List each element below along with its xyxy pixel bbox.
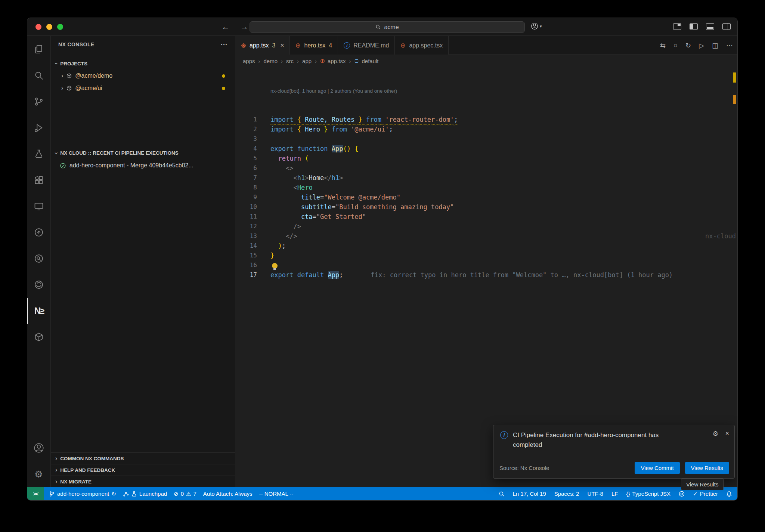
container-icon[interactable] [27,324,50,350]
testing-icon[interactable] [27,141,50,167]
command-center-search[interactable]: acme [250,21,525,33]
chevron-right-icon: › [61,85,63,92]
run-file-icon[interactable]: ▷ [699,41,704,50]
code-line[interactable]: 13 </> [235,231,732,241]
notifications-bell[interactable] [726,491,732,497]
search-icon[interactable] [27,62,50,89]
forward-button[interactable]: → [240,22,248,32]
launchpad-button[interactable]: Launchpad [123,491,167,497]
projects-section-header[interactable]: › PROJECTS [51,58,235,69]
code-lens-icon[interactable] [27,245,50,272]
tab-app-tsx[interactable]: app.tsx 3 × [235,36,290,55]
activity-bar: N≥ ⚙ [27,36,50,487]
project-item-demo[interactable]: › @acme/demo [51,70,235,82]
nx-console-icon[interactable]: N≥ [27,298,50,324]
cursor-position[interactable]: Ln 17, Col 19 [513,491,546,497]
code-line[interactable]: 1import { Route, Routes } from 'react-ro… [235,115,732,124]
lightbulb-icon[interactable] [272,263,278,269]
account-menu-button[interactable]: ▾ [531,22,542,30]
code-editor[interactable]: nx-cloud[bot], 1 hour ago | 2 authors (Y… [235,68,732,487]
blame-overflow-text: nx-cloud[b [705,231,737,241]
git-blame-header: nx-cloud[bot], 1 hour ago | 2 authors (Y… [270,87,732,95]
circle-icon[interactable]: ○ [673,41,678,49]
cloud-agents-icon[interactable] [27,219,50,245]
encoding-indicator[interactable]: UTF-8 [587,491,603,497]
browser-icon[interactable] [27,272,50,298]
editor-more-actions-icon[interactable]: ⋯ [726,41,733,50]
beaker-icon [131,491,137,497]
zoom-indicator[interactable] [499,491,505,497]
code-line[interactable]: 17export default App;fix: correct typo i… [235,270,732,280]
help-and-feedback-section[interactable]: › HELP AND FEEDBACK [51,464,235,476]
breadcrumb-item[interactable]: default [362,58,378,64]
nx-cloud-section-header[interactable]: › NX CLOUD :: RECENT CI PIPELINE EXECUTI… [51,147,235,159]
eol-indicator[interactable]: LF [611,491,618,497]
explorer-icon[interactable] [27,36,50,62]
accounts-icon[interactable] [27,435,50,461]
breadcrumb-item[interactable]: src [286,58,294,64]
breadcrumb-item[interactable]: app.tsx [328,58,346,64]
customize-layout-button[interactable] [673,23,681,30]
breadcrumb-item[interactable]: demo [264,58,278,64]
close-tab-icon[interactable]: × [281,42,284,49]
feedback-smiley[interactable] [679,491,685,497]
code-line[interactable]: 9 title="Welcome @acme/demo" [235,192,732,202]
code-line[interactable]: 4export function App() { [235,144,732,154]
minimize-window-button[interactable] [46,24,52,30]
code-line[interactable]: 3 [235,134,732,144]
pipeline-execution-item[interactable]: add-hero-component - Merge 409b44e5cb02.… [51,160,235,171]
vim-mode-indicator[interactable]: -- NORMAL -- [259,491,294,497]
remote-indicator[interactable]: >< [27,487,44,500]
split-editor-icon[interactable]: ◫ [712,41,718,50]
editor-area: app.tsx 3 × hero.tsx 4 i README.md app.s… [235,36,737,487]
compare-changes-icon[interactable]: ⇆ [660,41,666,50]
warnings-icon: ⚠ [186,491,191,497]
notification-close-icon[interactable]: × [725,430,729,438]
project-item-ui[interactable]: › @acme/ui [51,82,235,94]
remote-explorer-icon[interactable] [27,193,50,219]
tab-hero-tsx[interactable]: hero.tsx 4 [290,36,338,55]
code-line[interactable]: 8 <Hero [235,183,732,192]
code-line[interactable]: 14 ); [235,241,732,251]
toggle-primary-sidebar-button[interactable] [690,23,698,30]
code-line[interactable]: 2import { Hero } from '@acme/ui'; [235,124,732,134]
code-line[interactable]: 11 cta="Get Started" [235,212,732,222]
branch-indicator[interactable]: add-hero-component ↻ [49,491,116,497]
code-line[interactable]: 6 <> [235,163,732,173]
code-line[interactable]: 15} [235,251,732,260]
chevron-right-icon: › [61,72,63,79]
toggle-secondary-sidebar-button[interactable] [722,23,731,30]
breadcrumb-item[interactable]: apps [243,58,255,64]
settings-gear-icon[interactable]: ⚙ [27,461,50,487]
code-line[interactable]: 12 /> [235,222,732,231]
view-commit-button[interactable]: View Commit [635,462,679,474]
indentation-indicator[interactable]: Spaces: 2 [554,491,579,497]
code-line[interactable]: 16 [235,260,732,270]
refresh-icon[interactable]: ↻ [685,41,691,50]
toggle-panel-button[interactable] [706,23,714,30]
common-nx-commands-section[interactable]: › COMMON NX COMMANDS [51,452,235,464]
extensions-icon[interactable] [27,167,50,193]
source-control-icon[interactable] [27,89,50,115]
tab-app-spec-tsx[interactable]: app.spec.tsx [395,36,449,55]
code-line[interactable]: 7 <h1>Home</h1> [235,173,732,183]
view-results-button[interactable]: View Results [685,462,729,474]
language-indicator[interactable]: {} TypeScript JSX [626,491,670,497]
view-results-tooltip: View Results [681,479,724,490]
notification-settings-gear-icon[interactable]: ⚙ [712,430,718,438]
chevron-down-icon: › [53,62,60,64]
zoom-window-button[interactable] [57,24,63,30]
tab-readme-md[interactable]: i README.md [338,36,395,55]
code-line[interactable]: 10 subtitle="Build something amazing tod… [235,202,732,212]
close-window-button[interactable] [35,24,41,30]
tsx-file-icon [241,43,246,48]
sidebar-more-actions[interactable]: ⋯ [221,40,227,49]
auto-attach-indicator[interactable]: Auto Attach: Always [203,491,253,497]
code-line[interactable]: 5 return ( [235,154,732,163]
back-button[interactable]: ← [222,22,230,32]
nx-migrate-section[interactable]: › NX MIGRATE [51,476,235,487]
breadcrumb-item[interactable]: app [302,58,312,64]
run-debug-icon[interactable] [27,115,50,141]
formatter-indicator[interactable]: ✓ Prettier [693,491,718,497]
problems-indicator[interactable]: ⊘ 0 ⚠ 7 [174,491,196,497]
